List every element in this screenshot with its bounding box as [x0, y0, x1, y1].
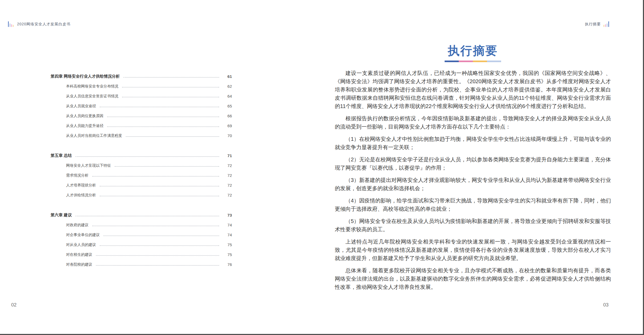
toc-entry: 需求情况分析 72 — [51, 170, 232, 180]
toc-dot-leader — [92, 176, 219, 177]
toc-entry-label: 网络安全人才呈现以下特征 — [66, 163, 111, 168]
toc-entry-label: 从业人员能力提升途径 — [66, 123, 103, 128]
toc-chapter-5-group: 第五章 总结 71 网络安全人才呈现以下特征 72 需求情况分析 72 人才培养… — [51, 151, 232, 200]
document-spread: { "header": { "left_title": "2020网络安全人才发… — [0, 0, 644, 335]
toc-page-number: 65 — [222, 104, 232, 108]
toc-entry: 从业人员对当前岗位工作满意程度 70 — [51, 131, 232, 141]
toc-entry: 第四章 网络安全行业人才供给情况分析 61 — [51, 71, 232, 81]
toc-dot-leader — [100, 196, 219, 196]
toc-entry: 第五章 总结 71 — [51, 151, 232, 161]
sheet-edge-right — [643, 0, 644, 335]
toc-entry-label: 人才供给情况分析 — [66, 193, 96, 198]
toc-page-number: 72 — [222, 183, 232, 188]
toc-page-number: 75 — [222, 242, 232, 247]
toc-dot-leader — [107, 126, 219, 127]
toc-dot-leader — [92, 226, 219, 226]
toc-entry: 人才供给情况分析 72 — [51, 190, 232, 200]
toc-entry: 对在校生的建议 75 — [51, 250, 232, 260]
toc-dot-leader — [115, 166, 219, 167]
toc-entry-label: 从业人员对当前岗位工作满意程度 — [66, 133, 122, 138]
toc-page-number: 71 — [222, 153, 232, 158]
toc-dot-leader — [96, 265, 219, 266]
toc-page-number: 74 — [222, 223, 232, 227]
toc-page-number: 75 — [222, 252, 232, 257]
underline-color-segment — [473, 61, 487, 62]
document-title: 2020网络安全人才发展白皮书 — [17, 22, 70, 27]
toc-page-number: 72 — [222, 173, 232, 178]
toc-page-number: 69 — [222, 123, 232, 128]
underline-color-segment — [487, 61, 501, 62]
toc-dot-leader — [100, 186, 219, 186]
summary-paragraph: （2）无论是在校网络安全学子还是行业从业人员，均以参加各类网络安全竞赛为提升自身… — [335, 155, 611, 172]
summary-body: 建设一支素质过硬的网信人才队伍，已经成为一种战略性国家安全优势，我国的《国家网络… — [335, 69, 611, 291]
toc-page-number: 64 — [222, 94, 232, 98]
toc-dot-leader — [107, 117, 219, 117]
summary-paragraph: （4）因疫情的影响，给学生面试和实习带来巨大挑战，导致网络安全学生的实习和就业率… — [335, 197, 611, 213]
summary-paragraph: 总体来看，随着更多院校开设网络安全相关专业，且办学模式不断成熟，在校生的数量和质… — [335, 266, 611, 291]
toc-page-number: 76 — [222, 262, 232, 267]
toc-entry: 对从业人员的建议 75 — [51, 240, 232, 250]
toc-entry: 从业人员就业途径 65 — [51, 101, 232, 111]
summary-paragraph: 上述特点与近几年院校网络安全相关学科和专业的快速发展相一致，与网络安全越发受到企… — [335, 238, 611, 262]
toc-entry-label: 人才培养现状分析 — [66, 183, 96, 188]
toc-dot-leader — [122, 97, 219, 97]
toc-entry-label: 本科高校网络安全专业分布情况 — [66, 84, 118, 89]
summary-paragraph: （1）在校网络安全人才中性别比例愈加趋于均衡，网络安全学生中女性占比连续两年缓慢… — [335, 135, 611, 151]
executive-summary-page: 执行摘要 建设一支素质过硬的网信人才队伍，已经成为一种战略性国家安全优势，我国的… — [335, 0, 611, 295]
toc-dot-leader — [126, 136, 219, 137]
toc-page-number: 66 — [222, 114, 232, 118]
toc-dot-leader — [75, 156, 219, 157]
underline-color-segment — [459, 61, 473, 62]
page-number-right: 03 — [603, 302, 609, 308]
running-header-left: 2020网络安全人才发展白皮书 — [8, 21, 70, 27]
sheet-edge-bottom — [0, 334, 644, 335]
toc-entry: 从业人员岗位更换原因 66 — [51, 111, 232, 121]
toc-chapter-6-group: 第六章 建议 73 对政府的建议 74 对企事业单位的建议 74 对从业人员的建… — [51, 210, 232, 269]
toc-chapter-4-group: 第四章 网络安全行业人才供给情况分析 61 本科高校网络安全专业分布情况 62 … — [51, 71, 232, 141]
summary-paragraph: 建设一支素质过硬的网信人才队伍，已经成为一种战略性国家安全优势，我国的《国家网络… — [335, 69, 611, 110]
toc-entry: 对政府的建议 74 — [51, 220, 232, 230]
toc-page-number: 73 — [222, 213, 232, 217]
summary-paragraph: （3）新基建的提出对网络安全人才择业观影响较大，网安专业学生和从业人员均认为新基… — [335, 176, 611, 193]
table-of-contents: 第四章 网络安全行业人才供给情况分析 61 本科高校网络安全专业分布情况 62 … — [51, 71, 232, 269]
toc-dot-leader — [96, 255, 219, 256]
toc-page-number: 72 — [222, 163, 232, 168]
toc-page-number: 61 — [222, 74, 232, 79]
toc-page-number: 70 — [222, 133, 232, 138]
bar-icon-segment — [10, 23, 10, 27]
toc-entry-label: 对各院校的建议 — [66, 262, 92, 267]
toc-entry: 从业人员能力提升途径 69 — [51, 121, 232, 131]
toc-entry-label: 对企事业单位的建议 — [66, 233, 100, 237]
toc-entry-label: 从业人员信息安全资质证书情况 — [66, 94, 118, 99]
toc-entry-label: 从业人员就业途径 — [66, 104, 96, 109]
toc-dot-leader — [75, 216, 219, 216]
toc-page-number: 62 — [222, 84, 232, 89]
toc-entry: 第六章 建议 73 — [51, 210, 232, 220]
bar-icon-segment — [13, 25, 14, 27]
toc-entry: 本科高校网络安全专业分布情况 62 — [51, 81, 232, 91]
toc-entry-label: 对从业人员的建议 — [66, 242, 96, 247]
toc-entry: 人才培养现状分析 72 — [51, 180, 232, 190]
toc-entry: 从业人员信息安全资质证书情况 64 — [51, 91, 232, 101]
toc-entry-label: 对在校生的建议 — [66, 252, 92, 257]
toc-entry-label: 需求情况分析 — [66, 173, 88, 178]
page-title: 执行摘要 — [335, 45, 611, 57]
toc-entry-label: 第六章 建议 — [51, 213, 72, 218]
bar-icon-segment — [8, 21, 9, 27]
toc-page-number: 74 — [222, 233, 232, 237]
underline-color-segment — [445, 61, 459, 62]
toc-entry-label: 第四章 网络安全行业人才供给情况分析 — [51, 74, 120, 79]
toc-entry-label: 对政府的建议 — [66, 223, 88, 228]
toc-entry-label: 从业人员岗位更换原因 — [66, 114, 103, 118]
toc-entry: 网络安全人才呈现以下特征 72 — [51, 161, 232, 170]
toc-entry: 对企事业单位的建议 74 — [51, 230, 232, 240]
toc-page-number: 72 — [222, 193, 232, 197]
title-underline — [445, 61, 501, 62]
toc-dot-leader — [100, 107, 219, 107]
toc-entry-label: 第五章 总结 — [51, 153, 72, 158]
toc-dot-leader — [123, 77, 219, 78]
summary-paragraph: 根据报告执行的数据分析情况，今年因疫情影响及新基建的提出，导致网络安全人才的择业… — [335, 114, 611, 131]
page-number-left: 02 — [11, 302, 17, 308]
toc-dot-leader — [100, 245, 219, 246]
summary-paragraph: （5）网络安全专业在校生及从业人员均认为疫情影响和新基建的开展，将导致企业更倾向… — [335, 217, 611, 234]
